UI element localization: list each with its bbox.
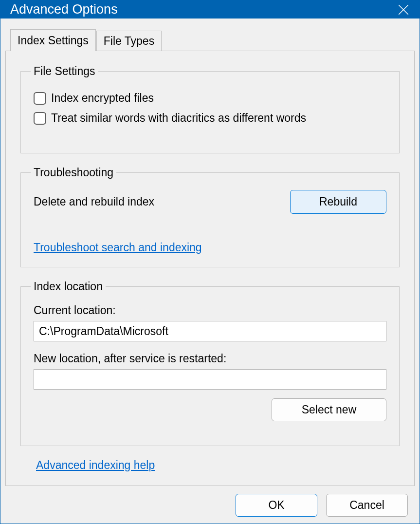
new-location-label: New location, after service is restarted… [34, 352, 386, 365]
ok-button[interactable]: OK [236, 494, 317, 517]
checkbox-label-diacritics: Treat similar words with diacritics as d… [51, 112, 306, 125]
dialog-footer: OK Cancel [5, 486, 415, 517]
file-settings-legend: File Settings [31, 65, 98, 78]
current-location-label: Current location: [34, 304, 386, 317]
rebuild-row: Delete and rebuild index Rebuild [34, 190, 386, 214]
close-icon[interactable] [396, 2, 411, 17]
troubleshoot-search-link[interactable]: Troubleshoot search and indexing [34, 241, 202, 254]
current-location-field[interactable] [34, 321, 386, 341]
checkbox-diacritics[interactable] [34, 112, 46, 125]
index-location-group: Index location Current location: New loc… [20, 280, 400, 446]
tab-panel-index-settings: File Settings Index encrypted files Trea… [5, 51, 415, 486]
window-title: Advanced Options [10, 2, 396, 17]
select-new-row: Select new [34, 398, 386, 421]
rebuild-button[interactable]: Rebuild [290, 190, 386, 214]
rebuild-label: Delete and rebuild index [34, 195, 154, 208]
file-settings-group: File Settings Index encrypted files Trea… [20, 65, 400, 153]
tabs-row: Index Settings File Types [10, 29, 415, 51]
checkbox-index-encrypted[interactable] [34, 92, 46, 105]
advanced-options-window: Advanced Options Index Settings File Typ… [0, 0, 420, 524]
cancel-button[interactable]: Cancel [326, 494, 408, 517]
checkbox-label-encrypted: Index encrypted files [51, 92, 154, 105]
advanced-indexing-help-link[interactable]: Advanced indexing help [36, 459, 155, 471]
checkbox-row-encrypted: Index encrypted files [34, 92, 386, 105]
new-location-field[interactable] [34, 369, 386, 390]
tab-index-settings[interactable]: Index Settings [10, 29, 96, 51]
help-link-row: Advanced indexing help [36, 459, 400, 472]
tab-file-types[interactable]: File Types [96, 31, 162, 51]
checkbox-row-diacritics: Treat similar words with diacritics as d… [34, 112, 386, 125]
dialog-content: Index Settings File Types File Settings … [0, 19, 420, 524]
select-new-button[interactable]: Select new [272, 398, 386, 421]
index-location-legend: Index location [31, 280, 106, 293]
troubleshooting-group: Troubleshooting Delete and rebuild index… [20, 166, 400, 267]
titlebar: Advanced Options [0, 0, 420, 19]
troubleshooting-legend: Troubleshooting [31, 166, 116, 179]
